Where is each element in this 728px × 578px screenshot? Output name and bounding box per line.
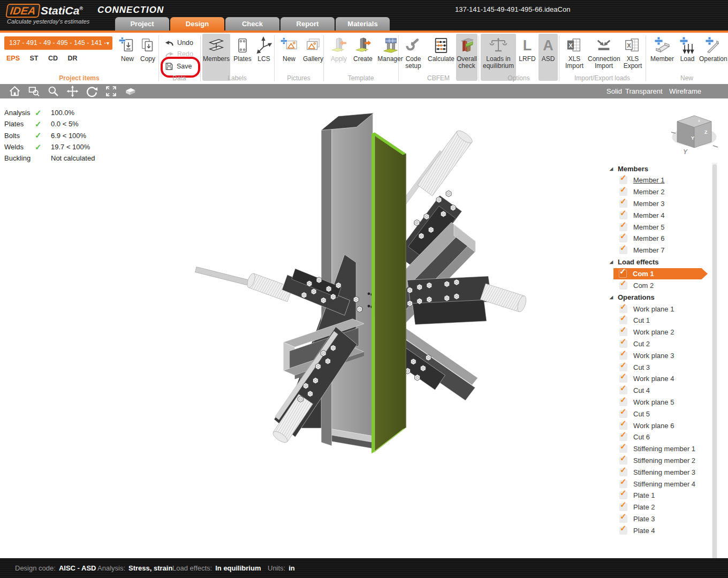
tree-expander-icon[interactable]: ◢ [605,260,618,264]
save-button[interactable]: Save [165,61,197,72]
tab-report[interactable]: Report [280,17,335,31]
gallery-button[interactable]: Gallery [301,34,325,81]
checkmark-icon: ✓ [620,360,627,370]
code-st[interactable]: ST [30,55,39,62]
checkbox-checked[interactable]: ✓ [619,363,627,371]
tree-expander-icon[interactable]: ◢ [605,166,618,171]
checkbox-checked[interactable]: ✓ [619,352,627,360]
tab-check[interactable]: Check [225,17,279,31]
redo-button[interactable]: Redo [165,49,197,59]
lcs-labels-toggle[interactable]: LCS [255,34,273,81]
checkbox-checked[interactable]: ✓ [619,176,627,184]
checkbox-checked[interactable]: ✓ [619,316,627,324]
checkbox-checked[interactable]: ✓ [619,223,627,231]
code-setup-button[interactable]: Code setup [400,34,426,81]
checkmark-icon: ✓ [620,523,627,533]
tree-item-label: Work plane 4 [633,375,674,383]
tree-expander-icon[interactable]: ◢ [605,295,618,300]
tree-section-label: Members [618,165,648,173]
checkbox-checked[interactable]: ✓ [619,246,627,254]
lrfd-letter-icon: L [517,34,537,56]
checkbox-checked[interactable]: ✓ [619,188,627,196]
calculate-button[interactable]: Calculate [427,34,455,81]
viewport-3d[interactable]: Analysis✓100.0%Plates✓0.0 < 5%Bolts✓6.9 … [0,98,728,558]
checkbox-checked[interactable]: ✓ [619,515,627,523]
code-dr[interactable]: DR [68,55,78,62]
undo-button[interactable]: Undo [165,37,197,48]
tree-item-com-1[interactable]: ✓Com 1 [613,268,708,280]
rotate-icon[interactable] [86,85,98,97]
checkbox-checked[interactable]: ✓ [619,234,627,242]
new-picture-button[interactable]: New [278,34,300,81]
tree-item-com-2[interactable]: ✓Com 2 [605,279,726,291]
checkbox-checked[interactable]: ✓ [619,433,627,441]
code-eps[interactable]: EPS [6,55,20,62]
new-project-item-button[interactable]: New [118,34,137,81]
tree-section-load-effects[interactable]: ◢Load effects [605,256,726,268]
view-mode-wireframe[interactable]: Wireframe [669,84,701,98]
checkbox-checked[interactable]: ✓ [619,457,627,465]
zoom-window-icon[interactable] [28,85,40,97]
copy-project-item-button[interactable]: Copy [138,34,158,81]
tree-item-plate-4[interactable]: ✓Plate 4 [605,524,726,536]
tab-project[interactable]: Project [115,17,169,31]
create-template-button[interactable]: Manager Create [351,34,375,81]
checkbox-checked[interactable]: ✓ [619,386,627,394]
new-operation-button[interactable]: Operation [699,34,727,81]
members-labels-toggle[interactable]: Members [202,34,230,81]
fit-view-icon[interactable] [105,85,117,97]
checkbox-checked[interactable]: ✓ [619,410,627,418]
zoom-icon[interactable] [47,85,59,97]
new-load-button[interactable]: Load [677,34,698,81]
tree-item-label: Member 4 [633,211,665,219]
code-cd[interactable]: CD [48,55,58,62]
view-mode-solid[interactable]: Solid [606,84,622,98]
tree-scrollbar-thumb[interactable] [712,164,717,578]
checkbox-checked[interactable]: ✓ [619,422,627,430]
checkbox-checked[interactable]: ✓ [619,305,627,313]
asd-letter-icon: A [539,34,558,56]
tree-scrollbar[interactable] [712,163,717,578]
apply-template-button[interactable]: Apply [328,34,350,81]
tab-materials[interactable]: Materials [336,17,390,31]
solid-brick-icon[interactable] [124,85,136,97]
checkmark-icon: ✓ [620,337,627,346]
checkbox-checked[interactable]: ✓ [619,480,627,488]
home-icon[interactable] [9,85,21,97]
status-load-effects: Load effects:In equilibrium [172,558,261,578]
pan-icon[interactable] [66,85,79,97]
checkbox-checked[interactable]: ✓ [619,340,627,348]
checkbox-checked[interactable]: ✓ [619,503,627,511]
project-item-codes[interactable]: EPS ST CD DR [6,55,86,62]
tree-section-label: Load effects [618,258,659,266]
redo-icon [165,50,174,58]
tree-item-member-7[interactable]: ✓Member 7 [605,245,726,256]
checkbox-checked[interactable]: ✓ [619,211,627,219]
xls-import-button[interactable]: X XLS Import [562,34,587,81]
navigation-cube[interactable]: Y Z x Y [668,106,721,157]
tree-item-label: Work plane 5 [633,398,674,406]
xls-export-button[interactable]: X XLS Export [621,34,644,81]
plates-labels-toggle[interactable]: Plates [231,34,254,81]
tab-design[interactable]: Design [170,17,224,31]
connection-import-button[interactable]: Connection Import [588,34,620,81]
checkbox-checked[interactable]: ✓ [619,328,627,336]
horizontal-brace-right-3d[interactable] [407,276,528,325]
new-member-button[interactable]: Member [649,34,676,81]
loads-in-equilibrium-toggle[interactable]: Loads in equilibrium [481,34,516,81]
checkbox-checked[interactable]: ✓ [619,491,627,499]
overall-check-toggle[interactable]: Overall check [456,34,477,81]
checkbox-checked[interactable]: ✓ [619,200,627,208]
checkbox-checked[interactable]: ✓ [619,282,627,290]
view-mode-transparent[interactable]: Transparent [625,84,663,98]
checkbox-checked[interactable]: ✓ [619,527,627,535]
checkbox-checked[interactable]: ✓ [619,270,627,278]
asd-toggle[interactable]: A ASD [539,34,558,81]
checkbox-checked[interactable]: ✓ [619,445,627,453]
checkbox-checked[interactable]: ✓ [619,375,627,383]
project-item-dropdown[interactable]: 137 - 491 - 49 - 495 - 145 - 141 - 66 ▾ [4,36,112,50]
lrfd-toggle[interactable]: L LRFD [517,34,537,81]
selected-plate-3d[interactable] [371,132,406,453]
checkbox-checked[interactable]: ✓ [619,398,627,406]
checkbox-checked[interactable]: ✓ [619,468,627,476]
